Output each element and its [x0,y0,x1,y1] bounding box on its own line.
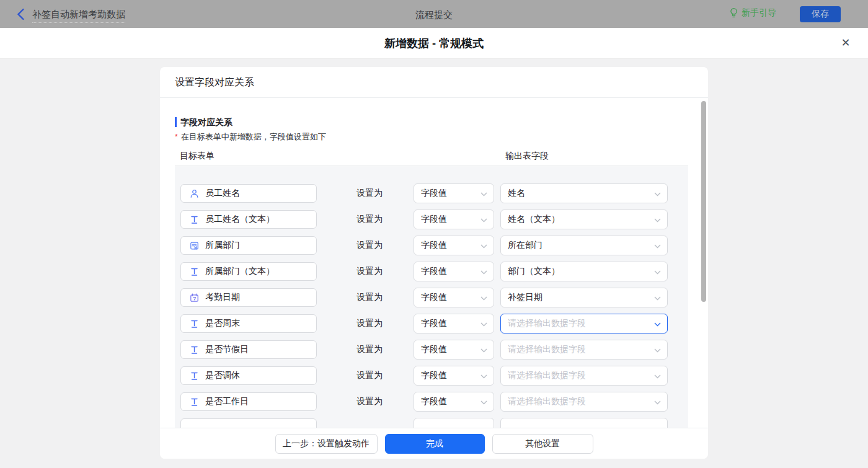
output-field-value: 部门（文本） [508,266,560,277]
set-as-label: 设置为 [356,292,383,303]
target-field-input[interactable]: 是否工作日 [180,392,317,411]
target-field-input[interactable]: 是否调休 [180,366,317,385]
value-type-select[interactable] [414,418,494,428]
set-as-label: 设置为 [356,266,383,277]
target-field-label: 是否周末 [205,318,240,329]
output-field-select[interactable] [500,418,668,428]
target-field-input[interactable]: 所属部门 [180,236,317,255]
chevron-down-icon [654,374,661,379]
column-header-target-form: 目标表单 [180,151,215,162]
calendar-icon [190,293,199,302]
close-icon[interactable]: ✕ [838,35,853,50]
card-header: 设置字段对应关系 [160,67,708,98]
column-header-output-field: 输出表字段 [505,151,549,162]
target-field-input[interactable]: 员工姓名（文本） [180,210,317,229]
chevron-down-icon [654,270,661,275]
output-field-select[interactable]: 请选择输出数据字段 [500,340,668,360]
modal-body: 设置字段对应关系 字段对应关系 *在目标表单中新增数据，字段值设置如下 目标表单… [0,59,868,468]
field-mapping-list: 员工姓名 设置为 字段值 姓名 员工姓名（文本） [175,166,688,428]
done-button[interactable]: 完成 [385,434,485,454]
field-mapping-row: 所属部门 设置为 字段值 所在部门 [175,236,688,255]
output-field-select[interactable]: 补签日期 [500,288,668,307]
value-type-select[interactable]: 字段值 [414,314,494,333]
section-accent-bar [175,117,177,127]
target-field-input[interactable]: 所属部门（文本） [180,262,317,281]
value-type-value: 字段值 [421,266,447,277]
target-field-label: 所属部门（文本） [205,266,275,277]
lightbulb-icon [729,7,738,19]
output-field-select[interactable]: 所在部门 [500,236,668,255]
value-type-value: 字段值 [421,396,447,407]
other-settings-button[interactable]: 其他设置 [492,434,593,454]
output-field-value: 补签日期 [508,292,542,303]
field-mapping-card: 设置字段对应关系 字段对应关系 *在目标表单中新增数据，字段值设置如下 目标表单… [160,67,708,459]
chevron-down-icon [654,218,661,223]
value-type-select[interactable]: 字段值 [414,262,494,281]
field-mapping-row: 是否工作日 设置为 字段值 请选择输出数据字段 [175,392,688,411]
output-field-select[interactable]: 请选择输出数据字段 [500,314,668,333]
target-field-input[interactable]: 是否节假日 [180,340,317,359]
value-type-select[interactable]: 字段值 [414,340,494,360]
target-field-input[interactable]: 员工姓名 [180,184,317,203]
card-header-title: 设置字段对应关系 [175,76,254,89]
target-field-input[interactable]: 是否周末 [180,314,317,333]
output-field-value: 姓名 [508,188,525,199]
target-field-label: 员工姓名（文本） [205,214,275,225]
target-field-label: 是否调休 [205,370,240,381]
field-mapping-row: 是否节假日 设置为 字段值 请选择输出数据字段 [175,340,688,359]
field-mapping-row: 所属部门（文本） 设置为 字段值 部门（文本） [175,262,688,281]
modal-title: 新增数据 - 常规模式 [0,36,868,51]
chevron-down-icon [480,374,487,379]
person-icon [190,189,199,198]
save-button[interactable]: 保存 [800,6,841,22]
text-icon [190,371,199,381]
chevron-down-icon [480,270,487,275]
output-field-select[interactable]: 姓名 [500,183,668,203]
target-field-label: 所属部门 [205,240,240,251]
chevron-down-icon [654,244,661,249]
top-bar: 补签自动新增考勤数据 流程提交 新手引导 保存 [0,0,868,28]
value-type-value: 字段值 [421,214,447,225]
value-type-select[interactable]: 字段值 [414,210,494,229]
value-type-value: 字段值 [421,370,447,381]
scrollbar-thumb[interactable] [701,101,706,302]
value-type-select[interactable]: 字段值 [414,366,494,386]
section-hint-text: 在目标表单中新增数据，字段值设置如下 [181,132,326,141]
set-as-label: 设置为 [356,396,383,407]
output-field-select[interactable]: 请选择输出数据字段 [500,366,668,386]
set-as-label: 设置为 [356,188,383,199]
required-asterisk: * [175,133,178,141]
card-footer: 上一步：设置触发动作 完成 其他设置 [160,428,708,459]
value-type-select[interactable]: 字段值 [414,392,494,412]
beginner-guide-link[interactable]: 新手引导 [729,7,776,19]
field-mapping-row: 员工姓名（文本） 设置为 字段值 姓名（文本） [175,210,688,229]
set-as-label: 设置为 [356,240,383,251]
previous-step-button[interactable]: 上一步：设置触发动作 [275,434,378,454]
chevron-down-icon [480,244,487,249]
target-field-input[interactable]: 考勤日期 [180,288,317,307]
value-type-select[interactable]: 字段值 [414,183,494,203]
target-field-input[interactable] [180,418,317,428]
field-mapping-row [175,418,688,428]
target-field-label: 员工姓名 [205,188,240,199]
output-field-value: 所在部门 [508,240,542,251]
chevron-down-icon [654,296,661,301]
output-field-select[interactable]: 请选择输出数据字段 [500,392,668,412]
set-as-label: 设置为 [356,370,383,381]
section-hint: *在目标表单中新增数据，字段值设置如下 [175,131,326,143]
set-as-label: 设置为 [356,344,383,355]
output-field-select[interactable]: 部门（文本） [500,262,668,281]
field-mapping-row: 是否调休 设置为 字段值 请选择输出数据字段 [175,366,688,385]
value-type-value: 字段值 [421,318,447,329]
value-type-select[interactable]: 字段值 [414,236,494,255]
output-field-select[interactable]: 姓名（文本） [500,210,668,229]
chevron-down-icon [654,348,661,353]
target-field-label: 考勤日期 [205,292,240,303]
text-icon [190,345,199,355]
department-icon [190,241,199,250]
chevron-down-icon [480,296,487,301]
section-title: 字段对应关系 [180,117,232,128]
field-mapping-row: 是否周末 设置为 字段值 请选择输出数据字段 [175,314,688,333]
value-type-select[interactable]: 字段值 [414,288,494,307]
value-type-value: 字段值 [421,344,447,355]
